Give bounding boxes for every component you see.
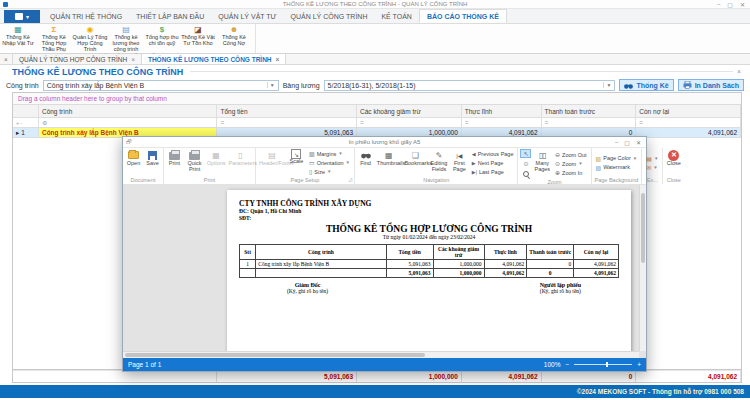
zoom-icon: ⊙ [555,160,560,167]
close-icon[interactable]: ✕ [740,1,745,8]
grid-filter-row: + - ⚙ = = = = = [13,118,741,128]
chevron-down-icon: ▼ [578,161,582,166]
watermark-button[interactable]: ▨Watermark [594,163,640,171]
column-header-con-no-lai[interactable]: Còn nợ lại [636,105,741,118]
toolbar-group-close: ✕Close Close [663,148,684,184]
filter-cell[interactable]: = [357,118,462,128]
close-icon[interactable]: ✕ [636,139,641,146]
toolbar-group-document: Open Save Document [123,148,164,184]
column-header-cong-trinh[interactable]: Công trình [39,105,218,118]
panel-close-icon[interactable]: × [733,68,745,75]
ribbon-button-thong-ke-cong-no[interactable]: ☻ Thống Kê Công Nợ [216,24,252,52]
tab-bao-cao-thong-ke[interactable]: BÁO CÁO THỐNG KÊ [419,9,507,23]
zoom-button[interactable]: ⊙Zoom▼ [553,160,588,168]
doc-table-row: 1 Công trình xây lắp Bệnh Viện B 5,091,0… [240,260,619,269]
column-header-tong-tien[interactable]: Tổng tiền [217,105,357,118]
column-header-thanh-toan-truoc[interactable]: Thanh toán trước [542,105,637,118]
tab-quan-tri-he-thong[interactable]: QUẢN TRỊ HỆ THỐNG [43,9,129,23]
row-expand-indicator[interactable]: ▸1 [13,128,39,138]
project-combobox[interactable]: Công trình xây lắp Bệnh Viện B ▼ [43,80,279,91]
doc-tab-thong-ke-luong[interactable]: THỐNG KÊ LƯƠNG THEO CÔNG TRÌNH× [142,54,286,64]
ribbon-button-thong-ke-nhap-vat-tu[interactable]: ▦ Thống Kê Nhập Vật Tư [0,24,36,52]
filter-cell-project[interactable]: ⚙ [39,118,218,128]
vertical-scrollbar[interactable] [639,185,646,351]
doc-tab-quan-ly-tong-hop[interactable]: QUẢN LÝ TỔNG HỢP CÔNG TRÌNH× [13,54,142,64]
preview-surface: CTY TNHH CÔNG TRÌNH XÂY DỰNG ĐC: Quận 1,… [123,185,646,358]
filter-cell[interactable]: = [462,118,542,128]
app-menu-button[interactable]: ▾ [4,10,40,23]
print-button[interactable]: Print [166,149,183,176]
quick-print-button[interactable]: Quick Print [185,149,204,176]
horizontal-scrollbar[interactable] [123,351,639,358]
ribbon-button-thong-ke-thau-phu[interactable]: Σ Thống Kê Tổng Hợp Thầu Phụ [36,24,72,52]
filter-cell[interactable]: = [636,118,741,128]
zoom-in-button[interactable]: ⊕Zoom In [553,169,588,177]
filter-cell[interactable]: = [542,118,637,128]
zoom-in-icon[interactable]: + [637,361,641,368]
lightbulb-icon: ◉ [87,25,94,34]
toolbar-group-navigation: Find ▦Thumbnails ❏Bookmarks ✎Editing Fie… [355,148,518,184]
zoom-slider-thumb[interactable] [606,362,608,367]
column-header-thuc-linh[interactable]: Thực lĩnh [462,105,542,118]
maximize-icon[interactable]: ▢ [727,1,733,8]
zoom-out-icon[interactable]: − [565,361,569,368]
tab-quan-ly-vat-tu[interactable]: QUẢN LÝ VẬT TƯ [211,9,283,23]
header-footer-button: ▤Header/Footer [258,149,286,176]
send-email-button[interactable]: ✉▼ [644,163,660,171]
printer-icon [189,152,200,160]
printer-icon [683,81,692,89]
close-icon[interactable]: × [131,56,135,63]
page-size-icon: ▯ [309,168,312,175]
scrollbar-thumb[interactable] [641,193,645,263]
page-color-button[interactable]: ▧Page Color▼ [594,154,640,162]
export-document-button[interactable]: ▤▼ [644,154,660,162]
payroll-combobox[interactable]: 5/2018(16-31), 5/2018(1-15) ▼ [324,80,616,91]
zoom-percent: 100% [544,361,561,368]
next-page-button[interactable]: ▶Next Page [470,159,516,167]
group-launcher-icon[interactable]: ◿ [348,176,352,183]
dialog-titlebar[interactable]: 🗗 In phiếu lương khổ giấy A5 – ▢ ✕ [123,137,646,148]
save-button[interactable]: Save [144,149,161,176]
orientation-button[interactable]: ▭Orientation▼ [307,159,352,167]
size-button[interactable]: ▯Size▼ [307,168,352,176]
editing-fields-button[interactable]: ✎Editing Fields [429,149,449,176]
close-icon[interactable]: × [276,56,280,63]
scrollbar-thumb[interactable] [125,353,425,357]
close-tab-icon[interactable]: × [0,54,13,64]
sigma-icon: Σ [52,25,57,34]
zoom-out-button[interactable]: ⊖Zoom Out [553,151,588,159]
zoom-slider[interactable] [574,364,632,365]
project-label: Công trình [6,82,39,89]
grid-group-panel[interactable]: Drag a column header here to group by th… [13,93,741,105]
ribbon-button-tong-hop-thu-chi[interactable]: $ Tổng hợp thu chi tồn quỹ [144,24,180,52]
hand-icon: ⊙ [523,160,528,167]
ribbon-button-quan-ly-tong-hop[interactable]: ◉ Quản Lý Tổng Hợp Công Trình [72,24,108,52]
window-titlebar: THỐNG KÊ LƯƠNG THEO CÔNG TRÌNH - QUẢN LÝ… [0,0,750,9]
filter-cell[interactable]: = [217,118,357,128]
tab-quan-ly-cong-trinh[interactable]: QUẢN LÝ CÔNG TRÌNH [284,9,375,23]
hand-tool-button[interactable]: ⊙ [520,159,531,168]
last-page-button[interactable]: ▶|Last Page [470,168,516,176]
first-page-button[interactable]: |◀First Page [451,149,468,176]
close-preview-button[interactable]: ✕Close [665,149,682,176]
previous-page-button[interactable]: ◀Previous Page [470,150,516,158]
ribbon-button-thong-ke-ton-kho[interactable]: ◪ Thống Kê Vật Tư Tồn Kho [180,24,216,52]
printer-icon [169,152,180,160]
tab-ke-toan[interactable]: KẾ TOÁN [374,9,418,23]
minimize-icon[interactable]: – [615,139,618,146]
open-button[interactable]: Open [125,149,142,176]
pointer-tool-button[interactable]: ↖ [520,149,531,158]
maximize-icon[interactable]: ▢ [624,139,630,146]
many-pages-button[interactable]: ▯▯Many Pages [533,149,551,178]
thumbnails-button[interactable]: ▦Thumbnails [376,149,402,176]
print-list-button[interactable]: In Danh Sách [678,79,744,91]
tab-thiet-lap-ban-dau[interactable]: THIẾT LẬP BAN ĐẦU [129,9,211,23]
magnifier-tool-button[interactable] [520,169,531,178]
ribbon-button-thong-ke-luong[interactable]: ▤ Thống kê lương theo công trình [108,24,144,52]
statistics-button[interactable]: Thống Kê [619,79,673,91]
bookmarks-button[interactable]: ❏Bookmarks [404,149,428,176]
column-header-giam-tru[interactable]: Các khoảng giảm trừ [357,105,462,118]
margins-button[interactable]: ▥Margins▼ [307,150,352,158]
minimize-icon[interactable]: – [717,1,720,8]
find-button[interactable]: Find [357,149,374,176]
